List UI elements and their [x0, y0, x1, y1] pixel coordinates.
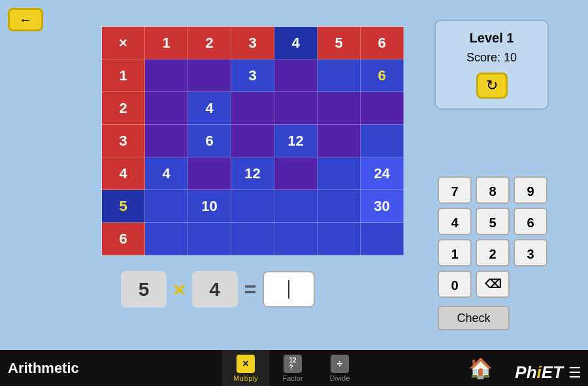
phet-logo: PhiET ☰	[515, 362, 581, 383]
numpad-delete[interactable]: ⌫	[476, 270, 510, 298]
grid-cell-6-6[interactable]	[361, 223, 404, 255]
equation-bar: 5 × 4 =	[121, 271, 315, 308]
score-text: Score: 10	[446, 51, 538, 65]
grid-row-6-header: 6	[102, 223, 145, 255]
tab-divide-label: Divide	[330, 374, 350, 382]
grid-cell-4-6[interactable]: 24	[361, 157, 404, 190]
grid-cell-2-3[interactable]	[231, 92, 274, 125]
grid-cell-6-2[interactable]	[188, 223, 231, 255]
grid-cell-6-4[interactable]	[274, 223, 318, 255]
refresh-button[interactable]: ↻	[476, 72, 508, 99]
numpad-5[interactable]: 5	[476, 208, 510, 235]
menu-icon[interactable]: ☰	[568, 364, 581, 381]
grid-cell-4-4[interactable]	[274, 157, 318, 190]
grid-cell-2-2[interactable]: 4	[188, 92, 231, 125]
grid-cell-3-3[interactable]	[231, 125, 274, 157]
grid-cell-5-6[interactable]: 30	[361, 190, 404, 223]
grid-cell-1-1[interactable]	[145, 59, 188, 92]
numpad: 7 8 9 4 5 6 1 2 3 0 ⌫ Check	[438, 176, 547, 330]
grid-cell-1-5[interactable]	[318, 59, 361, 92]
grid-cell-2-1[interactable]	[145, 92, 188, 125]
grid-cell-5-4[interactable]	[274, 190, 318, 223]
grid-row-1-header: 1	[102, 59, 145, 92]
bottom-bar: Arithmetic × Multiply 12? Factor ÷ Divid…	[0, 350, 588, 386]
grid-cell-3-4[interactable]: 12	[274, 125, 318, 157]
grid-cell-3-2[interactable]: 6	[188, 125, 231, 157]
numpad-7[interactable]: 7	[438, 176, 472, 204]
score-panel: Level 1 Score: 10 ↻	[434, 20, 549, 110]
multiplication-grid: × 1 2 3 4 5 6 1 3 6 2 4	[101, 26, 404, 255]
grid-cell-3-6[interactable]	[361, 125, 404, 157]
check-button[interactable]: Check	[438, 306, 510, 330]
phet-text: PhiET	[515, 362, 563, 383]
back-button[interactable]: ←	[8, 8, 43, 31]
grid-cell-6-3[interactable]	[231, 223, 274, 255]
grid-cell-5-2[interactable]: 10	[188, 190, 231, 223]
grid-col-5: 5	[318, 27, 361, 59]
grid-col-1: 1	[145, 27, 188, 59]
grid-col-2: 2	[188, 27, 231, 59]
home-button[interactable]: 🏠	[464, 353, 497, 383]
grid-cell-6-5[interactable]	[318, 223, 361, 255]
factor-icon: 12?	[284, 355, 302, 373]
grid-cell-1-3[interactable]: 3	[231, 59, 274, 92]
grid-cell-4-2[interactable]	[188, 157, 231, 190]
grid-cell-2-4[interactable]	[274, 92, 318, 125]
grid-cell-2-5[interactable]	[318, 92, 361, 125]
grid-header-multiply: ×	[102, 27, 145, 59]
grid-col-3: 3	[231, 27, 274, 59]
grid-row-4-header: 4	[102, 157, 145, 190]
grid-cell-2-6[interactable]	[361, 92, 404, 125]
tab-divide[interactable]: ÷ Divide	[316, 350, 363, 386]
grid-cell-4-1[interactable]: 4	[145, 157, 188, 190]
back-arrow-icon: ←	[19, 12, 32, 27]
tab-factor[interactable]: 12? Factor	[269, 350, 316, 386]
grid-cell-3-1[interactable]	[145, 125, 188, 157]
level-title: Level 1	[446, 31, 538, 46]
grid-cell-6-1[interactable]	[145, 223, 188, 255]
tab-multiply[interactable]: × Multiply	[222, 350, 269, 386]
delete-icon: ⌫	[485, 270, 501, 298]
grid-col-4-selected: 4	[274, 27, 318, 59]
grid-cell-1-4[interactable]	[274, 59, 318, 92]
equation-factor2: 4	[192, 271, 238, 308]
grid-cell-1-6[interactable]: 6	[361, 59, 404, 92]
numpad-2[interactable]: 2	[476, 239, 510, 266]
numpad-4[interactable]: 4	[438, 208, 472, 235]
numpad-8[interactable]: 8	[476, 176, 510, 204]
grid-cell-5-5[interactable]	[318, 190, 361, 223]
grid-cell-1-2[interactable]	[188, 59, 231, 92]
equation-answer[interactable]	[263, 271, 315, 308]
tab-multiply-label: Multiply	[233, 374, 257, 382]
grid-cell-4-3[interactable]: 12	[231, 157, 274, 190]
nav-tabs: × Multiply 12? Factor ÷ Divide	[222, 350, 363, 386]
numpad-1[interactable]: 1	[438, 239, 472, 266]
grid-row-2-header: 2	[102, 92, 145, 125]
numpad-0[interactable]: 0	[438, 270, 472, 298]
grid-cell-4-5[interactable]	[318, 157, 361, 190]
equation-factor1: 5	[121, 271, 167, 308]
grid-row-5-header-selected: 5	[102, 190, 145, 223]
equation-multiply-operator: ×	[173, 278, 186, 302]
numpad-3[interactable]: 3	[514, 239, 547, 266]
equation-equals: =	[244, 278, 257, 302]
multiply-icon: ×	[237, 355, 255, 373]
cursor	[288, 280, 289, 298]
numpad-6[interactable]: 6	[514, 208, 547, 235]
numpad-9[interactable]: 9	[514, 176, 547, 204]
divide-icon: ÷	[331, 355, 349, 373]
grid-row-3-header: 3	[102, 125, 145, 157]
grid-col-6: 6	[361, 27, 404, 59]
home-icon: 🏠	[468, 357, 493, 379]
tab-factor-label: Factor	[282, 374, 302, 382]
grid-cell-5-1[interactable]	[145, 190, 188, 223]
grid-cell-5-3[interactable]	[231, 190, 274, 223]
grid-cell-3-5[interactable]	[318, 125, 361, 157]
